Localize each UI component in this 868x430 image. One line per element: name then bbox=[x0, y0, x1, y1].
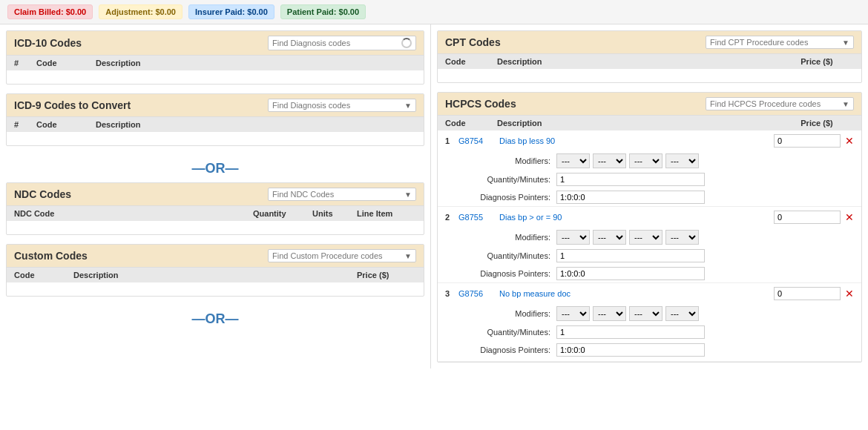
hcpcs-desc-3[interactable]: No bp measure doc bbox=[499, 289, 774, 298]
cpt-title: CPT Codes bbox=[445, 36, 501, 48]
custom-col-price: Price ($) bbox=[357, 271, 416, 280]
icd9-header: ICD-9 Codes to Convert ▼ bbox=[7, 94, 424, 117]
hcpcs-diagnosis-3[interactable] bbox=[556, 343, 705, 357]
hcpcs-quantity-row-2: Quantity/Minutes: bbox=[438, 247, 861, 265]
icd10-section: ICD-10 Codes # Code Description bbox=[6, 30, 424, 85]
hcpcs-code-2[interactable]: G8755 bbox=[458, 213, 499, 222]
hcpcs-col-desc: Description bbox=[497, 119, 780, 128]
hcpcs-row-num-1: 1 bbox=[445, 136, 456, 145]
custom-body bbox=[7, 282, 424, 296]
hcpcs-price-1[interactable] bbox=[774, 134, 841, 148]
cpt-find-input[interactable] bbox=[710, 38, 842, 47]
ndc-find-wrap[interactable]: ▼ bbox=[268, 188, 416, 201]
hcpcs-modifier-1a[interactable]: --- bbox=[556, 153, 590, 168]
ndc-find-input[interactable] bbox=[272, 190, 404, 199]
hcpcs-modifier-2c[interactable]: --- bbox=[629, 230, 662, 245]
hcpcs-modifiers-row-2: Modifiers: --- --- --- --- bbox=[438, 228, 861, 247]
adjustment-value: $0.00 bbox=[155, 7, 176, 16]
hcpcs-diagnosis-label-3: Diagnosis Pointers: bbox=[460, 345, 556, 354]
hcpcs-quantity-row-1: Quantity/Minutes: bbox=[438, 171, 861, 188]
hcpcs-dropdown-arrow[interactable]: ▼ bbox=[842, 100, 849, 108]
hcpcs-col-price: Price ($) bbox=[780, 119, 854, 128]
top-bar: Claim Billed: $0.00 Adjustment: $0.00 In… bbox=[0, 0, 868, 24]
icd10-col-hash: # bbox=[14, 59, 36, 67]
icd9-find-wrap[interactable]: ▼ bbox=[268, 99, 416, 112]
hcpcs-quantity-label-2: Quantity/Minutes: bbox=[460, 251, 556, 260]
hcpcs-modifier-1c[interactable]: --- bbox=[629, 153, 662, 168]
hcpcs-modifier-3c[interactable]: --- bbox=[629, 306, 662, 321]
icd9-find-input[interactable] bbox=[272, 101, 404, 110]
icd10-col-code: Code bbox=[36, 59, 96, 67]
hcpcs-modifier-1d[interactable]: --- bbox=[665, 153, 699, 168]
hcpcs-modifier-3b[interactable]: --- bbox=[593, 306, 626, 321]
icd9-body bbox=[7, 132, 424, 145]
custom-title: Custom Codes bbox=[14, 250, 88, 262]
hcpcs-diagnosis-row-3: Diagnosis Pointers: bbox=[438, 341, 861, 361]
cpt-col-headers: Code Description Price ($) bbox=[438, 54, 861, 69]
right-panel: CPT Codes ▼ Code Description Price ($) H… bbox=[430, 24, 868, 368]
hcpcs-modifier-1b[interactable]: --- bbox=[593, 153, 626, 168]
custom-find-wrap[interactable]: ▼ bbox=[268, 249, 416, 262]
hcpcs-modifiers-label-2: Modifiers: bbox=[460, 233, 556, 242]
hcpcs-modifier-2b[interactable]: --- bbox=[593, 230, 626, 245]
hcpcs-modifiers-row-3: Modifiers: --- --- --- --- bbox=[438, 304, 861, 323]
hcpcs-price-3[interactable] bbox=[774, 287, 841, 300]
hcpcs-row-1: 1 G8754 Dias bp less 90 ✕ Modifiers: ---… bbox=[438, 130, 861, 207]
cpt-find-wrap[interactable]: ▼ bbox=[706, 36, 854, 49]
hcpcs-quantity-label-1: Quantity/Minutes: bbox=[460, 175, 556, 184]
hcpcs-main-row-2: 2 G8755 Dias bp > or = 90 ✕ bbox=[438, 207, 861, 228]
hcpcs-diagnosis-2[interactable] bbox=[556, 267, 705, 280]
hcpcs-desc-2[interactable]: Dias bp > or = 90 bbox=[499, 213, 774, 222]
hcpcs-modifier-3d[interactable]: --- bbox=[665, 306, 699, 321]
icd10-find-wrap[interactable] bbox=[268, 36, 416, 50]
icd9-dropdown-arrow[interactable]: ▼ bbox=[404, 102, 412, 110]
cpt-dropdown-arrow[interactable]: ▼ bbox=[842, 39, 849, 47]
patient-paid-badge: Patient Paid: $0.00 bbox=[280, 4, 366, 19]
icd10-find-input[interactable] bbox=[272, 39, 401, 47]
insurer-paid-value: $0.00 bbox=[247, 7, 268, 16]
hcpcs-find-wrap[interactable]: ▼ bbox=[706, 97, 854, 110]
hcpcs-find-input[interactable] bbox=[710, 99, 842, 108]
ndc-dropdown-arrow[interactable]: ▼ bbox=[404, 191, 412, 199]
icd9-col-headers: # Code Description bbox=[7, 117, 424, 132]
ndc-col-units: Units bbox=[312, 209, 357, 218]
hcpcs-quantity-1[interactable] bbox=[556, 173, 705, 186]
cpt-col-code: Code bbox=[445, 57, 497, 66]
hcpcs-quantity-3[interactable] bbox=[556, 325, 705, 339]
hcpcs-modifier-2d[interactable]: --- bbox=[665, 230, 699, 245]
ndc-section: NDC Codes ▼ NDC Code Quantity Units Line… bbox=[6, 182, 424, 235]
cpt-body bbox=[438, 69, 861, 82]
custom-find-input[interactable] bbox=[272, 251, 404, 260]
hcpcs-code-1[interactable]: G8754 bbox=[458, 136, 499, 145]
icd9-col-desc: Description bbox=[96, 120, 416, 129]
claim-billed-badge: Claim Billed: $0.00 bbox=[7, 4, 93, 19]
ndc-col-line: Line Item bbox=[357, 209, 416, 218]
hcpcs-code-3[interactable]: G8756 bbox=[458, 289, 499, 298]
adjustment-label: Adjustment: bbox=[105, 7, 153, 16]
ndc-body bbox=[7, 221, 424, 234]
icd10-body bbox=[7, 70, 424, 84]
hcpcs-row-num-2: 2 bbox=[445, 213, 456, 222]
hcpcs-diagnosis-label-1: Diagnosis Pointers: bbox=[460, 193, 556, 202]
adjustment-badge: Adjustment: $0.00 bbox=[99, 4, 183, 19]
icd9-section: ICD-9 Codes to Convert ▼ # Code Descript… bbox=[6, 93, 424, 146]
hcpcs-price-2[interactable] bbox=[774, 211, 841, 224]
custom-dropdown-arrow[interactable]: ▼ bbox=[404, 252, 412, 260]
hcpcs-title: HCPCS Codes bbox=[445, 98, 516, 110]
hcpcs-desc-1[interactable]: Dias bp less 90 bbox=[499, 136, 774, 145]
hcpcs-diagnosis-label-2: Diagnosis Pointers: bbox=[460, 269, 556, 278]
claim-billed-value: $0.00 bbox=[66, 7, 87, 16]
hcpcs-quantity-2[interactable] bbox=[556, 249, 705, 262]
hcpcs-modifier-2a[interactable]: --- bbox=[556, 230, 590, 245]
hcpcs-delete-2[interactable]: ✕ bbox=[845, 211, 854, 223]
hcpcs-delete-3[interactable]: ✕ bbox=[845, 288, 854, 300]
hcpcs-delete-1[interactable]: ✕ bbox=[845, 135, 854, 147]
hcpcs-main-row-3: 3 G8756 No bp measure doc ✕ bbox=[438, 283, 861, 304]
icd9-col-code: Code bbox=[36, 120, 96, 129]
hcpcs-modifier-3a[interactable]: --- bbox=[556, 306, 590, 321]
hcpcs-row-3: 3 G8756 No bp measure doc ✕ Modifiers: -… bbox=[438, 283, 861, 362]
cpt-section: CPT Codes ▼ Code Description Price ($) bbox=[437, 30, 862, 83]
or-divider-1: —OR— bbox=[6, 155, 424, 182]
hcpcs-diagnosis-1[interactable] bbox=[556, 191, 705, 204]
insurer-paid-label: Insurer Paid: bbox=[195, 7, 245, 16]
